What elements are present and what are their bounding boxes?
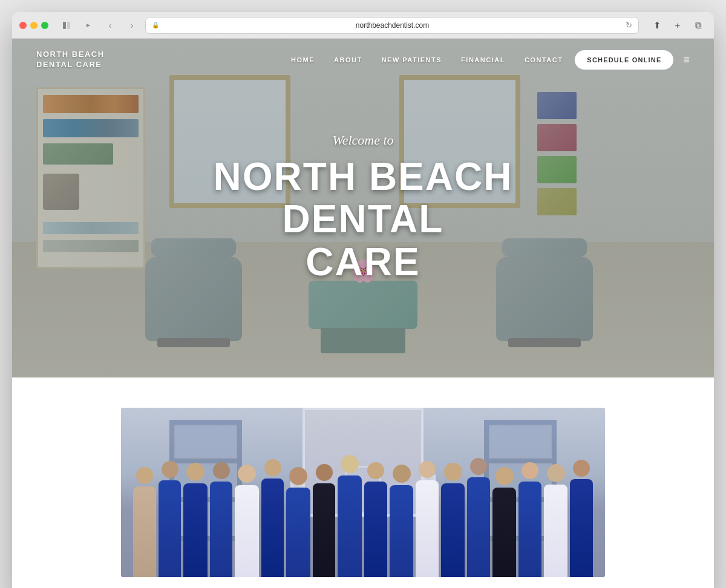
main-navigation: NORTH BEACH DENTAL CARE HOME ABOUT NEW P…: [12, 39, 714, 81]
lock-icon: 🔒: [152, 22, 159, 28]
share-button[interactable]: ⬆: [649, 17, 666, 34]
forward-button[interactable]: ›: [123, 17, 140, 34]
section-spacer: [12, 377, 714, 408]
team-photo: [121, 408, 605, 577]
svg-rect-1: [67, 22, 70, 29]
browser-actions: ⬆ + ⧉: [649, 17, 707, 34]
maximize-button[interactable]: [41, 22, 48, 29]
tab-overview-button[interactable]: ⧉: [690, 17, 707, 34]
hero-title: NORTH BEACH DENTAL CARE: [151, 155, 575, 283]
site-logo[interactable]: NORTH BEACH DENTAL CARE: [36, 50, 105, 70]
nav-new-patients[interactable]: NEW PATIENTS: [382, 56, 442, 64]
browser-toolbar: ‹ › 🔒 northbeachdentist.com ↻ ⬆ + ⧉: [12, 12, 714, 39]
team-people: [121, 456, 605, 577]
new-tab-button[interactable]: +: [669, 17, 686, 34]
minimize-button[interactable]: [30, 22, 38, 29]
nav-links: HOME ABOUT NEW PATIENTS FINANCIAL CONTAC…: [291, 56, 563, 64]
schedule-online-button[interactable]: SCHEDULE ONLINE: [575, 50, 673, 70]
refresh-icon[interactable]: ↻: [626, 21, 632, 30]
welcome-text: Welcome to: [151, 132, 575, 148]
nav-about[interactable]: ABOUT: [334, 56, 362, 64]
svg-rect-0: [63, 22, 66, 29]
nav-financial[interactable]: FINANCIAL: [461, 56, 505, 64]
address-bar[interactable]: 🔒 northbeachdentist.com ↻: [145, 17, 639, 34]
hero-text-block: Welcome to NORTH BEACH DENTAL CARE: [151, 132, 575, 283]
browser-window: ‹ › 🔒 northbeachdentist.com ↻ ⬆ + ⧉: [12, 12, 714, 588]
sidebar-toggle-icon[interactable]: [58, 17, 75, 34]
back-button[interactable]: ‹: [102, 17, 119, 34]
nav-contact[interactable]: CONTACT: [525, 56, 563, 64]
close-button[interactable]: [19, 22, 27, 29]
team-section: [12, 408, 714, 588]
url-text: northbeachdentist.com: [163, 21, 622, 30]
hamburger-menu-icon[interactable]: ≡: [683, 54, 690, 67]
nav-home[interactable]: HOME: [291, 56, 315, 64]
website-content: 🌸 NORTH BEACH DENTAL CARE HOME ABOUT NEW…: [12, 39, 714, 588]
sidebar-expand-icon[interactable]: [80, 17, 97, 34]
traffic-lights: [19, 22, 48, 29]
hero-section: 🌸 NORTH BEACH DENTAL CARE HOME ABOUT NEW…: [12, 39, 714, 377]
